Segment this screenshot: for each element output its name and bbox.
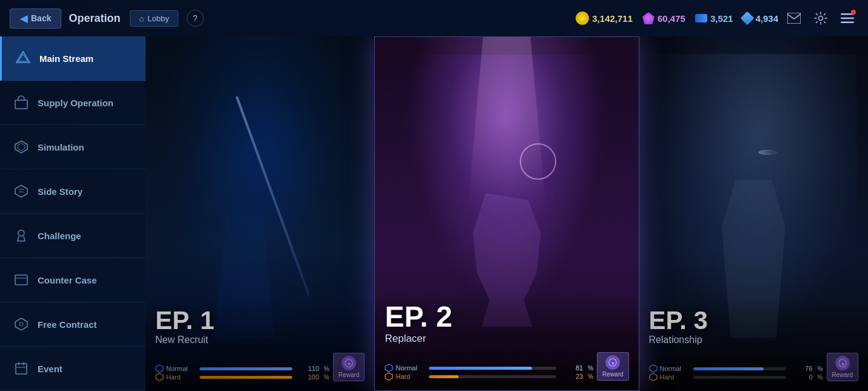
svg-point-13 xyxy=(18,230,24,236)
ticket-icon xyxy=(695,14,707,22)
ep3-reward-button[interactable]: ★ Reward xyxy=(827,353,858,381)
lobby-button[interactable]: ⌂ Lobby xyxy=(130,10,178,27)
ep2-normal-pct: 81 xyxy=(561,364,583,372)
ticket-value: 3,521 xyxy=(710,13,733,24)
sidebar-item-free-contract-label: Free Contract xyxy=(38,319,97,330)
ep1-reward-button[interactable]: ★ Reward xyxy=(333,353,365,381)
svg-rect-3 xyxy=(841,18,854,19)
ep1-hard-bar xyxy=(200,376,292,379)
ep1-normal-bar xyxy=(200,367,292,370)
ep1-hard-pct: 100 xyxy=(297,373,319,381)
svg-marker-26 xyxy=(385,364,392,372)
counter-case-icon xyxy=(12,271,30,289)
mail-button[interactable] xyxy=(783,7,805,29)
svg-rect-0 xyxy=(787,13,801,24)
ep2-reward-medal-icon: ★ xyxy=(605,355,620,370)
challenge-icon xyxy=(12,226,30,245)
ep1-normal-bar-container xyxy=(200,367,292,370)
ep3-reward-label: Reward xyxy=(832,372,853,378)
ep1-hard-label: Hard xyxy=(166,373,181,381)
svg-text:★: ★ xyxy=(347,361,351,367)
gold-value: 3,142,711 xyxy=(592,13,633,24)
ep2-hard-pct: 23 xyxy=(561,373,583,380)
gold-icon: ● xyxy=(576,12,589,25)
ep3-progress-section: Normal 76 % Hard xyxy=(649,353,858,381)
ep3-normal-bar-container xyxy=(693,367,786,370)
sidebar-item-counter-case-label: Counter Case xyxy=(38,275,97,285)
ep3-hard-mode-icon xyxy=(649,373,658,381)
svg-marker-9 xyxy=(18,143,25,151)
notification-dot xyxy=(851,10,856,15)
svg-rect-4 xyxy=(841,22,854,24)
svg-marker-27 xyxy=(385,373,392,380)
ep2-hard-label: Hard xyxy=(395,373,410,380)
ep3-hard-bar-container xyxy=(693,376,786,379)
sidebar-item-event[interactable]: Event xyxy=(0,347,146,391)
settings-button[interactable] xyxy=(810,7,832,29)
ep3-normal-pct: 76 xyxy=(791,365,813,372)
sidebar-item-free-contract[interactable]: Free Contract xyxy=(0,302,146,347)
header: ◀ Back Operation ⌂ Lobby ? ● 3,142,711 6… xyxy=(0,0,868,36)
ep2-name: Replacer xyxy=(385,333,628,345)
ep2-progress-section: Normal 81 % Hard xyxy=(385,352,628,381)
gem-currency: 60,475 xyxy=(642,12,685,24)
ep1-name: New Recruit xyxy=(155,335,365,345)
ep2-card-content: EP. 2 Replacer Normal 81 xyxy=(375,293,638,390)
sidebar-item-supply-operation-label: Supply Operation xyxy=(38,98,113,108)
ep1-hard-progress: Hard 100 % xyxy=(155,373,329,381)
ep2-reward-button[interactable]: ★ Reward xyxy=(597,352,628,381)
ep3-reward-medal-icon: ★ xyxy=(835,356,850,370)
ep2-normal-label: Normal xyxy=(395,364,417,372)
ep2-normal-mode-icon xyxy=(385,364,393,372)
svg-rect-7 xyxy=(15,100,27,109)
episode-card-ep3[interactable]: EP. 3 Relationship Normal 7 xyxy=(639,36,868,391)
sidebar-item-counter-case[interactable]: Counter Case xyxy=(0,258,146,302)
back-label: Back xyxy=(31,13,51,23)
ep3-hard-pct: 0 xyxy=(791,373,813,381)
ep1-number: EP. 1 xyxy=(155,308,365,333)
main-stream-icon xyxy=(14,49,32,67)
sidebar-item-challenge-label: Challenge xyxy=(38,231,81,241)
ep2-normal-bar-container xyxy=(429,367,556,370)
ep2-reward-label: Reward xyxy=(602,371,623,378)
ep1-reward-medal-icon: ★ xyxy=(341,356,356,370)
help-button[interactable]: ? xyxy=(187,10,204,27)
sidebar-item-simulation-label: Simulation xyxy=(38,142,84,152)
ep3-number: EP. 3 xyxy=(649,308,858,333)
ticket-currency: 3,521 xyxy=(695,13,733,24)
ep1-progress-section: Normal 110 % Hard xyxy=(155,353,365,381)
episode-card-ep2[interactable]: EP. 2 Replacer Normal 81 xyxy=(374,36,639,391)
sidebar-item-side-story-label: Side Story xyxy=(38,186,82,197)
sidebar-item-main-stream[interactable]: Main Stream xyxy=(0,36,146,81)
ep3-normal-progress: Normal 76 % xyxy=(649,364,823,373)
ep3-hard-label: Hard xyxy=(660,373,675,381)
svg-marker-30 xyxy=(650,365,657,372)
menu-button[interactable] xyxy=(836,7,858,29)
back-button[interactable]: ◀ Back xyxy=(10,8,61,29)
sidebar: Main Stream Supply Operation Simulation xyxy=(0,36,146,391)
svg-text:★: ★ xyxy=(840,361,844,367)
episode-card-ep1[interactable]: EP. 1 New Recruit Normal 11 xyxy=(146,36,374,391)
supply-operation-icon xyxy=(12,93,30,112)
svg-marker-8 xyxy=(15,141,27,153)
ep2-number: EP. 2 xyxy=(385,302,628,332)
event-icon xyxy=(12,359,30,378)
sidebar-item-supply-operation[interactable]: Supply Operation xyxy=(0,81,146,125)
svg-marker-16 xyxy=(15,318,27,330)
episode-cards-container: EP. 1 New Recruit Normal 11 xyxy=(146,36,868,391)
svg-marker-31 xyxy=(650,373,657,381)
sidebar-item-challenge[interactable]: Challenge xyxy=(0,214,146,258)
back-arrow-icon: ◀ xyxy=(20,13,27,24)
ep1-normal-pct: 110 xyxy=(297,365,319,372)
ep3-normal-label: Normal xyxy=(660,365,681,372)
svg-rect-18 xyxy=(16,364,27,374)
simulation-icon xyxy=(12,138,30,156)
ep1-reward-label: Reward xyxy=(338,372,359,378)
ep1-hard-bar-container xyxy=(200,376,292,379)
sidebar-item-main-stream-label: Main Stream xyxy=(39,53,93,64)
sidebar-item-simulation[interactable]: Simulation xyxy=(0,125,146,169)
ep2-normal-bar xyxy=(429,367,532,370)
ep3-name: Relationship xyxy=(649,335,858,345)
sidebar-item-side-story[interactable]: Side Story xyxy=(0,169,146,214)
ep2-hard-mode-icon xyxy=(385,372,393,381)
